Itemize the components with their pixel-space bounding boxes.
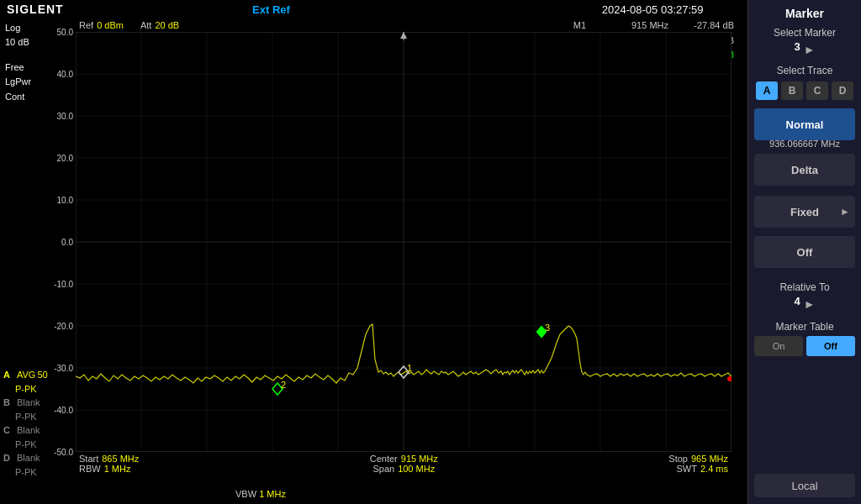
stop-label: Stop <box>668 454 688 464</box>
stop-group: Stop 965 MHz SWT 2.4 ms <box>668 454 728 474</box>
start-label: Start <box>79 454 98 464</box>
ref-value: 0 dBm <box>97 20 124 30</box>
y-label-n50: -50.0 <box>54 448 73 457</box>
swt-row: SWT 2.4 ms <box>677 464 728 474</box>
y-label-0: 0.0 <box>61 238 73 247</box>
start-group: Start 865 MHz RBW 1 MHz <box>79 454 139 474</box>
marker-table-section: Marker Table On Off <box>754 319 855 356</box>
center-label: Center <box>370 454 398 464</box>
y-axis-labels: 50.0 40.0 30.0 20.0 10.0 0.0 -10.0 -20.0… <box>46 32 75 452</box>
relative-to-section: Relative To 4 ► <box>779 275 829 312</box>
select-trace-row: A B C D <box>756 81 853 100</box>
trace-d-det: P-PK <box>15 465 75 480</box>
normal-mode-label: Normal <box>786 118 824 131</box>
ref-label: Ref <box>79 20 93 30</box>
trace-c-det-label: P-PK <box>15 438 37 452</box>
siglent-logo: SIGLENT <box>7 3 64 16</box>
y-label-n40: -40.0 <box>54 406 73 415</box>
right-panel: Marker Select Marker 3 ► Select Trace A … <box>747 0 861 504</box>
vbw-group: VBW 1 MHz <box>235 489 286 499</box>
select-marker-row: 3 ► <box>794 40 815 58</box>
local-button[interactable]: Local <box>754 474 855 497</box>
y-label-50: 50.0 <box>57 28 73 37</box>
trace-b-det-label: P-PK <box>15 410 37 424</box>
vbw-value: 1 MHz <box>259 489 286 499</box>
marker-table-toggle-row: On Off <box>754 336 855 356</box>
top-bar: SIGLENT Ext Ref 2024-08-05 03:27:59 ⊞ <box>0 0 861 18</box>
marker-table-off-btn[interactable]: Off <box>806 336 855 356</box>
att-value: 20 dB <box>155 20 179 30</box>
trace-b-mode: Blank <box>17 396 40 410</box>
relative-to-row: 4 ► <box>794 295 815 312</box>
start-value: 865 MHz <box>102 454 139 464</box>
off-mode-btn[interactable]: Off <box>754 236 855 268</box>
trace-b-letter: B <box>3 396 15 410</box>
ext-ref-label: Ext Ref <box>81 3 462 16</box>
trace-btn-c[interactable]: C <box>806 81 828 100</box>
span-value: 100 MHz <box>398 464 435 474</box>
center-group: Center 915 MHz Span 100 MHz <box>370 454 438 474</box>
delta-mode-label: Delta <box>791 164 818 176</box>
fixed-chevron-icon: ► <box>840 206 850 218</box>
marker-table-on-btn[interactable]: On <box>754 336 803 356</box>
center-row: Center 915 MHz <box>370 454 438 464</box>
select-marker-label: Select Marker <box>774 27 836 39</box>
chevron-right-icon[interactable]: ► <box>804 43 816 56</box>
y-label-n20: -20.0 <box>54 322 73 331</box>
svg-text:1: 1 <box>407 363 412 373</box>
span-row: Span 100 MHz <box>372 464 435 474</box>
relative-to-value: 4 <box>794 295 800 307</box>
y-label-40: 40.0 <box>57 70 73 79</box>
y-label-10: 10.0 <box>57 196 73 205</box>
panel-title: Marker <box>785 7 824 20</box>
trace-c-mode: Blank <box>17 423 40 438</box>
svg-text:2: 2 <box>281 380 286 390</box>
relative-to-chevron-icon[interactable]: ► <box>804 297 816 311</box>
y-label-n10: -10.0 <box>54 280 73 289</box>
select-trace-label: Select Trace <box>777 65 833 76</box>
fixed-mode-label: Fixed <box>790 206 819 218</box>
select-marker-value: 3 <box>794 40 800 53</box>
y-label-20: 20.0 <box>57 154 73 163</box>
y-label-30: 30.0 <box>57 112 73 121</box>
swt-value: 2.4 ms <box>700 464 728 474</box>
spectrum-chart: 2 1 3 <box>76 32 732 452</box>
vbw-label: VBW <box>235 489 256 499</box>
chart-area: Ref 0 dBm Att 20 dB M1 915 MHz -27.84 dB… <box>76 18 736 485</box>
trace-btn-b[interactable]: B <box>781 81 803 100</box>
rbw-value: 1 MHz <box>104 464 131 474</box>
trace-a-letter: A <box>3 368 15 382</box>
center-value: 915 MHz <box>401 454 438 464</box>
fixed-mode-btn[interactable]: Fixed ► <box>754 196 855 228</box>
att-group: Att 20 dB <box>140 20 179 30</box>
trace-d-det-label: P-PK <box>15 465 37 480</box>
marker-1-row: M1 915 MHz -27.84 dB <box>483 18 734 34</box>
m1-freq: 915 MHz <box>593 18 668 34</box>
stop-row: Stop 965 MHz <box>668 454 728 464</box>
trace-btn-d[interactable]: D <box>832 81 853 100</box>
trace-d-letter: D <box>3 451 15 465</box>
bottom-labels: Start 865 MHz RBW 1 MHz Center 915 MHz S… <box>76 454 732 474</box>
m1-label: M1 <box>565 18 586 34</box>
trace-d-mode: Blank <box>17 451 40 465</box>
marker-table-label: Marker Table <box>754 321 855 333</box>
off-mode-label: Off <box>797 246 813 259</box>
normal-mode-btn[interactable]: Normal <box>754 108 855 140</box>
stop-value: 965 MHz <box>691 454 728 464</box>
trace-btn-a[interactable]: A <box>756 81 778 100</box>
ref-group: Ref 0 dBm <box>79 20 124 30</box>
span-label: Span <box>372 464 394 474</box>
rbw-label: RBW <box>79 464 101 474</box>
delta-mode-btn[interactable]: Delta <box>754 154 855 186</box>
trace-a-mode: AVG <box>17 368 35 382</box>
trace-a-det-label: P-PK <box>15 382 37 396</box>
relative-to-label: Relative To <box>779 281 829 293</box>
trace-c-letter: C <box>3 423 15 438</box>
swt-label: SWT <box>677 464 697 474</box>
att-label: Att <box>140 20 151 30</box>
rbw-row: RBW 1 MHz <box>79 464 139 474</box>
y-label-n30: -30.0 <box>54 364 73 373</box>
start-row: Start 865 MHz <box>79 454 139 464</box>
svg-text:3: 3 <box>545 323 550 333</box>
m1-amp: -27.84 dB <box>675 18 734 34</box>
